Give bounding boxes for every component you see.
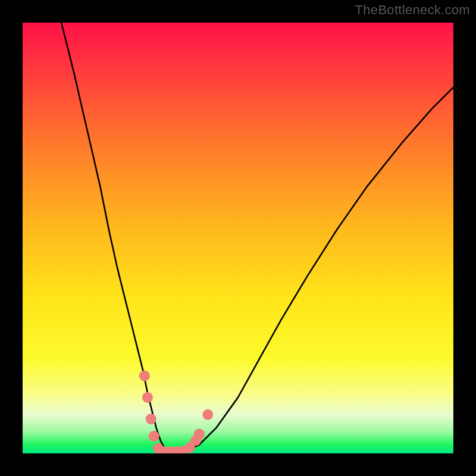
chart-frame: TheBottleneck.com bbox=[0, 0, 476, 476]
watermark-text: TheBottleneck.com bbox=[355, 2, 470, 18]
bottleneck-curve bbox=[61, 23, 453, 452]
highlight-dot bbox=[194, 428, 205, 439]
highlight-dot bbox=[146, 414, 156, 424]
highlight-dot bbox=[149, 431, 159, 441]
chart-svg bbox=[23, 23, 453, 453]
highlight-dot bbox=[139, 371, 150, 381]
highlight-dot bbox=[202, 409, 213, 420]
chart-plot-area bbox=[23, 23, 453, 453]
highlight-dot bbox=[142, 392, 153, 403]
